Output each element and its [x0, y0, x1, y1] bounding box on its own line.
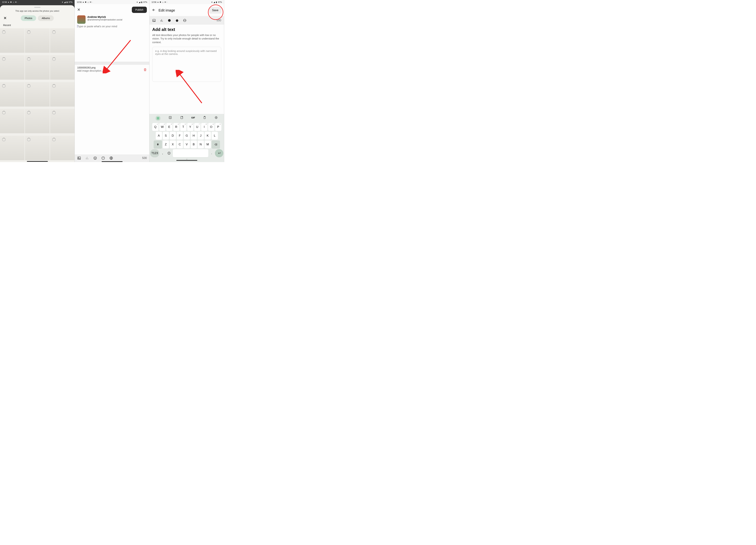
photo-thumb[interactable]	[0, 82, 24, 106]
key-z[interactable]: Z	[163, 140, 169, 148]
key-space[interactable]	[173, 149, 208, 157]
save-button[interactable]: Save	[209, 7, 222, 14]
kb-note-icon[interactable]	[180, 116, 184, 119]
key-f[interactable]: F	[177, 132, 183, 140]
key-p[interactable]: P0	[215, 123, 221, 131]
alt-placeholder: e.g. A dog looking around suspiciously w…	[155, 49, 217, 55]
photo-thumb[interactable]	[50, 109, 75, 133]
key-e[interactable]: E3	[166, 123, 173, 131]
key-b[interactable]: B	[191, 140, 197, 148]
photo-thumb[interactable]	[50, 55, 75, 80]
key-backspace[interactable]	[212, 140, 220, 148]
key-t[interactable]: T5	[180, 123, 186, 131]
photo-thumb[interactable]	[25, 136, 49, 160]
compose-input[interactable]: Type or paste what's on your mind	[75, 25, 149, 28]
poll-icon[interactable]	[85, 156, 89, 160]
back-icon[interactable]	[152, 8, 156, 13]
photo-thumb[interactable]	[25, 55, 49, 80]
kb-gif-icon[interactable]: GIF	[191, 116, 195, 119]
photo-thumb[interactable]	[50, 136, 75, 160]
key-a[interactable]: A	[156, 132, 162, 140]
kb-sticker-icon[interactable]	[168, 116, 172, 119]
close-icon[interactable]: ✕	[77, 8, 82, 12]
emoji-icon[interactable]	[93, 156, 97, 160]
key-enter[interactable]	[215, 149, 223, 157]
svg-point-3	[94, 157, 97, 160]
key-shift[interactable]	[154, 140, 162, 148]
poll-icon[interactable]	[160, 19, 163, 22]
key-k[interactable]: K	[205, 132, 211, 140]
image-icon[interactable]	[152, 19, 156, 22]
key-i[interactable]: I8	[201, 123, 207, 131]
key-m[interactable]: M	[205, 140, 211, 148]
key-emoji[interactable]	[166, 149, 172, 157]
key-l[interactable]: L	[212, 132, 218, 140]
photo-thumb[interactable]	[0, 55, 24, 80]
attachment-filename: 1000000263.png	[77, 66, 104, 69]
photo-thumb[interactable]	[25, 28, 49, 53]
photo-thumb[interactable]	[50, 28, 75, 53]
nav-gesture-bar	[176, 160, 197, 161]
char-count: 500	[216, 19, 221, 22]
avatar[interactable]	[77, 15, 86, 24]
kb-row3: ZXCVBNM	[150, 140, 223, 148]
kb-row1: Q1W2E3R4T5Y6U7I8O9P0	[150, 123, 223, 131]
alt-text-input[interactable]: e.g. A dog looking around suspiciously w…	[152, 47, 221, 82]
key-j[interactable]: J	[198, 132, 204, 140]
key-x[interactable]: X	[170, 140, 176, 148]
cw-icon[interactable]	[175, 19, 179, 22]
kb-settings-icon[interactable]	[214, 116, 218, 119]
kb-collapse-icon[interactable]: ⌄	[185, 158, 189, 160]
home-icon: ⌂	[87, 1, 89, 3]
page-title: Edit image	[159, 8, 175, 12]
trash-icon[interactable]	[143, 66, 147, 72]
emoji-icon[interactable]	[168, 19, 171, 22]
key-period[interactable]: .	[209, 149, 214, 157]
photo-thumb[interactable]	[25, 82, 49, 106]
dot-icon: ·	[92, 1, 93, 3]
key-q[interactable]: Q1	[152, 123, 159, 131]
status-battery: 87%	[69, 1, 72, 3]
key-symbols[interactable]: ?123	[150, 149, 159, 157]
photo-thumb[interactable]	[50, 82, 75, 106]
publish-button[interactable]: Publish	[132, 7, 147, 13]
image-icon[interactable]	[77, 156, 81, 160]
cw-icon[interactable]	[101, 156, 105, 160]
globe-icon[interactable]	[109, 156, 113, 160]
svg-point-22	[216, 117, 217, 118]
kb-clipboard-icon[interactable]	[203, 116, 207, 119]
key-g[interactable]: G	[184, 132, 190, 140]
key-n[interactable]: N	[198, 140, 204, 148]
globe-icon[interactable]	[183, 19, 186, 22]
svg-point-5	[96, 157, 96, 158]
key-w[interactable]: W2	[159, 123, 166, 131]
char-count: 500	[142, 156, 147, 160]
key-s[interactable]: S	[163, 132, 169, 140]
key-r[interactable]: R4	[173, 123, 179, 131]
photo-thumb[interactable]	[0, 136, 24, 160]
key-h[interactable]: H	[191, 132, 197, 140]
svg-rect-14	[157, 118, 158, 119]
slack-icon: ✱	[85, 1, 86, 3]
photo-thumb[interactable]	[0, 28, 24, 53]
segmented-control: Photos Albums	[9, 15, 65, 21]
close-icon[interactable]: ✕	[2, 16, 8, 20]
kb-grid-icon[interactable]	[155, 116, 161, 121]
key-c[interactable]: C	[177, 140, 183, 148]
photo-thumb[interactable]	[0, 109, 24, 133]
key-u[interactable]: U7	[194, 123, 200, 131]
photo-grid	[0, 28, 75, 162]
sheet-grabber[interactable]	[34, 7, 41, 8]
slack-icon: ✱	[160, 1, 161, 3]
add-description[interactable]: Add image description…	[77, 69, 104, 72]
key-y[interactable]: Y6	[187, 123, 193, 131]
tab-photos[interactable]: Photos	[21, 15, 36, 21]
key-d[interactable]: D	[170, 132, 176, 140]
key-comma[interactable]: ,	[160, 149, 165, 157]
status-battery: 87%	[218, 1, 222, 3]
key-v[interactable]: V	[184, 140, 190, 148]
tab-albums[interactable]: Albums	[38, 15, 54, 21]
key-o[interactable]: O9	[208, 123, 214, 131]
status-bar: 12:56 ● ✱ ⌂ ✉ · ▾ ◢ ▮ 87%	[149, 0, 224, 4]
photo-thumb[interactable]	[25, 109, 49, 133]
